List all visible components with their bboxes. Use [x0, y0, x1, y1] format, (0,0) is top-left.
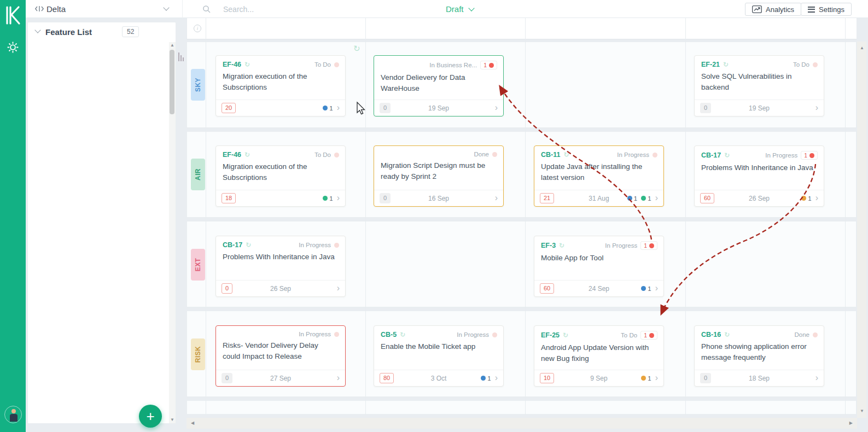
card-status: In Progress: [617, 151, 649, 158]
points-badge: 60: [540, 283, 554, 294]
chevron-down-icon: [468, 5, 474, 11]
board-card[interactable]: CB-16 ↻ Done Phone showing application e…: [694, 325, 824, 387]
analytics-button[interactable]: Analytics: [745, 3, 801, 16]
conflict-badge[interactable]: 1: [640, 331, 657, 340]
row-label-ext[interactable]: EXT: [191, 249, 205, 281]
chevron-right-icon[interactable]: ›: [815, 373, 818, 382]
card-title: Phone showing application error message …: [695, 338, 824, 370]
board-mode-dropdown[interactable]: Draft: [446, 0, 474, 18]
info-icon[interactable]: i: [194, 25, 201, 32]
board-card[interactable]: CB-17 ↻ In Progress 1 Problems With Inhe…: [694, 145, 824, 207]
card-title: Vendor Delievery for Data WareHouse: [374, 69, 503, 100]
points-badge: 0: [222, 283, 232, 294]
scroll-down-icon[interactable]: ▼: [860, 409, 864, 413]
red-dot-icon: [649, 243, 654, 248]
scrollbar-thumb[interactable]: [170, 50, 174, 114]
gear-icon[interactable]: [6, 40, 20, 56]
card-id[interactable]: EF-46: [223, 61, 241, 68]
board-horizontal-scrollbar[interactable]: ◀ ▶: [187, 418, 857, 429]
card-status: Done: [795, 331, 810, 338]
feature-list-title: Feature List: [45, 27, 92, 37]
add-feature-button[interactable]: +: [139, 405, 162, 428]
chevron-right-icon[interactable]: ›: [495, 194, 498, 202]
row-label-air[interactable]: AIR: [191, 159, 205, 190]
board-card[interactable]: EF-46 ↻ To Do Migration execution of the…: [215, 145, 346, 207]
scroll-down-icon[interactable]: ▼: [170, 418, 174, 422]
chevron-right-icon[interactable]: ›: [815, 194, 818, 202]
panel-resize-handle[interactable]: [178, 51, 185, 61]
conflict-badge[interactable]: 1: [480, 61, 497, 69]
conflict-badge[interactable]: 1: [640, 241, 657, 250]
notification-dot: [334, 153, 339, 157]
card-date: 26 Sep: [238, 285, 323, 293]
red-dot-icon: [489, 63, 494, 68]
kendis-logo-icon[interactable]: [4, 5, 21, 27]
card-id[interactable]: EF-46: [223, 151, 241, 159]
card-status: In Progress: [457, 331, 489, 338]
notification-dot: [492, 332, 497, 337]
board-card[interactable]: Done Migration Script Design must be rea…: [374, 145, 504, 207]
card-id[interactable]: EF-3: [541, 242, 556, 249]
board-card[interactable]: CB-5 ↻ In Progress Enable the Mobile Tic…: [374, 325, 504, 387]
points-badge: 20: [222, 103, 236, 113]
points-badge: 0: [222, 373, 232, 383]
red-dot-icon: [809, 153, 814, 158]
board-card[interactable]: EF-46 ↻ To Do Migration execution of the…: [215, 55, 346, 116]
chevron-right-icon[interactable]: ›: [815, 103, 818, 112]
chevron-right-icon[interactable]: ›: [655, 284, 658, 293]
cell-sync-icon[interactable]: ↻: [353, 44, 360, 54]
blue-dot-icon: [481, 376, 486, 381]
green-dot-icon: [323, 196, 328, 201]
settings-button[interactable]: Settings: [801, 3, 852, 16]
scroll-up-icon[interactable]: ▲: [860, 46, 864, 50]
card-id[interactable]: CB-5: [381, 331, 397, 338]
card-status: In Progress: [299, 331, 331, 337]
column-divider: [365, 18, 366, 415]
chevron-right-icon[interactable]: ›: [337, 373, 340, 382]
chevron-right-icon[interactable]: ›: [337, 194, 340, 202]
chevron-right-icon[interactable]: ›: [337, 284, 340, 293]
search-input[interactable]: Search...: [193, 0, 422, 18]
chevron-right-icon[interactable]: ›: [655, 373, 658, 382]
card-id[interactable]: EF-25: [541, 331, 560, 339]
card-id[interactable]: CB-17: [701, 151, 721, 159]
card-status: To Do: [314, 61, 331, 68]
chevron-right-icon[interactable]: ›: [337, 103, 340, 112]
board-card[interactable]: CB-17 ↻ In Progress Problems With Inheri…: [215, 236, 346, 297]
panel-scrollbar[interactable]: ▲ ▼: [169, 42, 176, 423]
board-vertical-scrollbar[interactable]: ▲ ▼: [857, 42, 866, 418]
card-id[interactable]: CB-16: [701, 331, 721, 338]
chevron-right-icon[interactable]: ›: [495, 373, 498, 382]
notification-dot: [653, 153, 657, 157]
board-card[interactable]: In Business Re... 1 Vendor Delievery for…: [374, 55, 504, 116]
card-date: 9 Sep: [556, 375, 642, 382]
conflict-badge[interactable]: 1: [801, 151, 818, 160]
points-badge: 80: [380, 373, 394, 383]
card-id[interactable]: EF-21: [701, 61, 720, 68]
board-card[interactable]: CB-11 ↻ In Progress Update Java after in…: [534, 145, 664, 207]
card-title: Risks- Vendor Delivery Delay could Impac…: [216, 337, 345, 370]
scroll-right-icon[interactable]: ▶: [849, 421, 853, 425]
board-card[interactable]: EF-21 ↻ To Do Solve SQL Vulnerabilities …: [694, 55, 824, 116]
board-card[interactable]: EF-25 ↻ To Do 1 Android App Update Versi…: [534, 325, 664, 387]
orange-dot-icon: [641, 376, 646, 381]
user-avatar[interactable]: [4, 406, 22, 423]
card-id[interactable]: CB-11: [541, 151, 560, 159]
chevron-right-icon[interactable]: ›: [655, 194, 658, 202]
board-card[interactable]: EF-3 ↻ In Progress 1 Mobile App for Tool…: [534, 236, 664, 297]
scroll-up-icon[interactable]: ▲: [170, 43, 174, 48]
scroll-left-icon[interactable]: ◀: [191, 421, 194, 425]
collapse-chevron-icon[interactable]: [34, 27, 40, 33]
board-card[interactable]: In Progress Risks- Vendor Delivery Delay…: [215, 325, 346, 387]
board-mode-label: Draft: [446, 4, 464, 14]
blue-dot-icon: [641, 286, 646, 291]
card-id[interactable]: CB-17: [223, 241, 242, 249]
expand-horizontal-icon: [34, 5, 44, 15]
row-label-sky[interactable]: SKY: [191, 69, 205, 101]
card-title: Problems With Inheritance in Java: [216, 249, 345, 280]
project-selector[interactable]: Delta: [26, 0, 183, 18]
red-dot-icon: [649, 333, 654, 338]
row-label-risk[interactable]: RISK: [191, 338, 205, 370]
chevron-right-icon[interactable]: ›: [495, 103, 498, 112]
sync-icon: ↻: [563, 151, 569, 158]
